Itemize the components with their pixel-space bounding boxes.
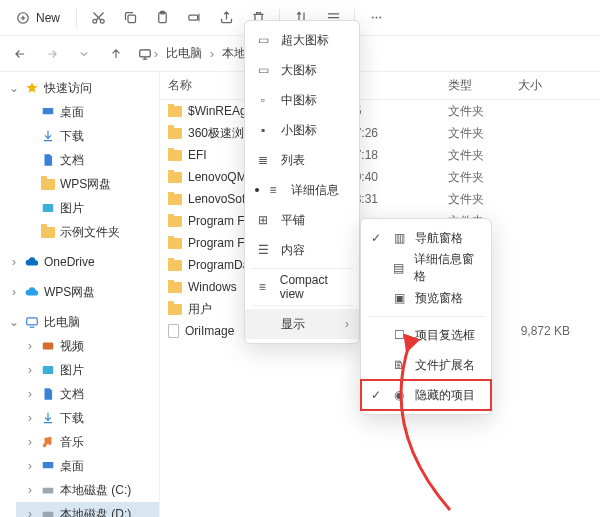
row-name: EFI xyxy=(188,148,207,162)
copy-button[interactable] xyxy=(115,4,145,32)
mi-show[interactable]: 显示› xyxy=(245,309,359,339)
view-menu: ▭超大图标 ▭大图标 ▫中图标 ▪小图标 ≣列表 ≡详细信息 ⊞平铺 ☰内容 ≡… xyxy=(244,20,360,344)
tree-video[interactable]: ›视频 xyxy=(16,334,159,358)
chevron-right-icon: › xyxy=(152,47,160,61)
tree-label: 下载 xyxy=(60,128,84,145)
pane-icon: ▤ xyxy=(390,261,405,275)
folder-icon xyxy=(168,150,182,161)
svg-point-9 xyxy=(379,17,381,19)
more-button[interactable] xyxy=(361,4,391,32)
table-row[interactable]: $WinREAgent2:15文件夹 xyxy=(160,100,600,122)
tree-pc[interactable]: ⌄比电脑 xyxy=(0,310,159,334)
col-type[interactable]: 类型 xyxy=(448,77,518,94)
tree-downloads2[interactable]: ›下载 xyxy=(16,406,159,430)
row-type: 文件夹 xyxy=(448,191,518,208)
tree-onedrive[interactable]: ›OneDrive xyxy=(0,250,159,274)
chevron-right-icon: › xyxy=(345,317,349,331)
tree-label: WPS网盘 xyxy=(60,176,111,193)
paste-button[interactable] xyxy=(147,4,177,32)
table-row[interactable]: LenovoSoftstore6 23:31文件夹 xyxy=(160,188,600,210)
mi-label: 详细信息窗格 xyxy=(414,251,483,285)
table-row[interactable]: 360极速浏览器下载3 17:26文件夹 xyxy=(160,122,600,144)
cut-button[interactable] xyxy=(83,4,113,32)
mi-label: 列表 xyxy=(281,152,305,169)
share-icon xyxy=(219,10,234,25)
row-type: 文件夹 xyxy=(448,103,518,120)
mi-checkboxes[interactable]: ☐项目复选框 xyxy=(361,320,491,350)
mi-list[interactable]: ≣列表 xyxy=(245,145,359,175)
paste-icon xyxy=(155,10,170,25)
tree-label: 文档 xyxy=(60,152,84,169)
arrow-left-icon xyxy=(13,47,27,61)
mi-small[interactable]: ▪小图标 xyxy=(245,115,359,145)
mi-hidden-items[interactable]: ✓◉隐藏的项目 xyxy=(361,380,491,410)
tree-music[interactable]: ›音乐 xyxy=(16,430,159,454)
folder-icon xyxy=(168,128,182,139)
tree-disk-d[interactable]: ›本地磁盘 (D:) xyxy=(16,502,159,517)
tree-pictures[interactable]: 图片 xyxy=(16,196,159,220)
row-type: 文件夹 xyxy=(448,125,518,142)
tree-pictures2[interactable]: ›图片 xyxy=(16,358,159,382)
table-row[interactable]: LenovoQMDownload6 19:40文件夹 xyxy=(160,166,600,188)
share-button[interactable] xyxy=(211,4,241,32)
svg-rect-16 xyxy=(43,462,54,468)
mi-medium[interactable]: ▫中图标 xyxy=(245,85,359,115)
grid-icon: ▫ xyxy=(255,93,271,107)
tree-desktop2[interactable]: ›桌面 xyxy=(16,454,159,478)
breadcrumb-item[interactable]: 比电脑 xyxy=(160,43,208,64)
mi-details[interactable]: ≡详细信息 xyxy=(245,175,359,205)
tree-documents2[interactable]: ›文档 xyxy=(16,382,159,406)
mi-extra-large[interactable]: ▭超大图标 xyxy=(245,25,359,55)
mi-preview-pane[interactable]: ▣预览窗格 xyxy=(361,283,491,313)
mi-nav-pane[interactable]: ✓▥导航窗格 xyxy=(361,223,491,253)
star-icon xyxy=(24,80,40,96)
table-row[interactable]: EFI6 17:18文件夹 xyxy=(160,144,600,166)
mi-label: 项目复选框 xyxy=(415,327,475,344)
back-button[interactable] xyxy=(6,40,34,68)
grid-icon: ▭ xyxy=(255,63,271,77)
menu-separator xyxy=(251,305,353,306)
rename-button[interactable] xyxy=(179,4,209,32)
recent-button[interactable] xyxy=(70,40,98,68)
mi-label: 中图标 xyxy=(281,92,317,109)
content-icon: ☰ xyxy=(255,243,271,257)
breadcrumb[interactable]: › 比电脑 › 本地磁盘 (D:) › xyxy=(134,43,594,64)
desktop-icon xyxy=(40,104,56,120)
tree-demo[interactable]: 示例文件夹 xyxy=(16,220,159,244)
tree-documents[interactable]: 文档 xyxy=(16,148,159,172)
pc-icon xyxy=(24,314,40,330)
tree-downloads[interactable]: 下载 xyxy=(16,124,159,148)
mi-details-pane[interactable]: ▤详细信息窗格 xyxy=(361,253,491,283)
tree-wps-drive[interactable]: ›WPS网盘 xyxy=(0,280,159,304)
up-button[interactable] xyxy=(102,40,130,68)
row-type: 文件夹 xyxy=(448,169,518,186)
col-size[interactable]: 大小 xyxy=(518,77,578,94)
forward-button[interactable] xyxy=(38,40,66,68)
svg-rect-18 xyxy=(43,512,54,517)
mi-label: 隐藏的项目 xyxy=(415,387,475,404)
row-type: 文件夹 xyxy=(448,147,518,164)
tree-wps[interactable]: WPS网盘 xyxy=(16,172,159,196)
tree-disk-c[interactable]: ›本地磁盘 (C:) xyxy=(16,478,159,502)
tree-label: 下载 xyxy=(60,410,84,427)
cut-icon xyxy=(91,10,106,25)
new-button[interactable]: New xyxy=(6,4,70,32)
mi-label: 平铺 xyxy=(281,212,305,229)
mi-large[interactable]: ▭大图标 xyxy=(245,55,359,85)
tree-label: 图片 xyxy=(60,200,84,217)
check-icon: ✓ xyxy=(369,388,383,402)
mi-compact[interactable]: ≡Compact view xyxy=(245,272,359,302)
tree-label: 本地磁盘 (D:) xyxy=(60,506,131,518)
tree-label: 音乐 xyxy=(60,434,84,451)
mi-extensions[interactable]: 🗎文件扩展名 xyxy=(361,350,491,380)
mi-tiles[interactable]: ⊞平铺 xyxy=(245,205,359,235)
mi-content[interactable]: ☰内容 xyxy=(245,235,359,265)
tree-desktop[interactable]: 桌面 xyxy=(16,100,159,124)
tree-quick[interactable]: ⌄ 快速访问 xyxy=(0,76,159,100)
folder-icon xyxy=(168,106,182,117)
arrow-up-icon xyxy=(109,47,123,61)
tree-label: 快速访问 xyxy=(44,80,92,97)
tiles-icon: ⊞ xyxy=(255,213,271,227)
music-icon xyxy=(40,434,56,450)
tree-label: OneDrive xyxy=(44,255,95,269)
